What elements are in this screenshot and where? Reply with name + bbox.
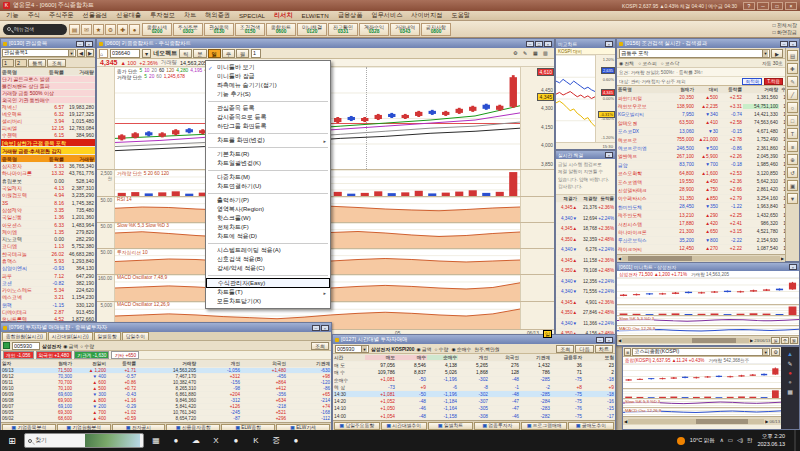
taskbar-app-icon[interactable]: ● [288,433,304,449]
drawing-tool-icon[interactable]: □ [787,115,798,126]
mini-b-candle-plot[interactable] [623,364,781,388]
context-menu-item[interactable]: 핫스크롤(W) [206,214,330,223]
menu-item[interactable]: 해외증권 [205,11,230,20]
watch-stock-row[interactable]: 코센 -0.82 382,190 [1,280,95,287]
mini-a-candle-plot[interactable] [617,278,799,304]
chart-tool-icon[interactable]: ▦ [533,49,542,58]
menu-item[interactable]: SPECIAL [239,12,265,19]
toolbar-icon[interactable]: ✚ [117,24,128,35]
rank-row[interactable]: 에코프로비엠 246,500 ▼500 -0.86 2,361,860 1 [617,144,785,152]
amount-radio[interactable]: ◉ 금액 [63,343,78,349]
rank-row[interactable]: 신성델타테크 28,900 ▲750 +2.66 2,861,420 1 [617,186,785,194]
option-radio[interactable]: ◉ 금액 [416,346,431,352]
rank-row[interactable]: 포스코엠텍 19,550 ▲450 +2.36 5,642,310 1 [617,178,785,186]
flow-row[interactable]: 14:30 +1,081 -50 -1,196 -302 -48 -285 -7… [333,391,615,398]
watch-stock-row[interactable]: 국일제지 4.13 2,387,310 [1,185,95,192]
t-apply-button[interactable]: T.적용 [764,78,783,85]
context-menu-item[interactable]: 강세/약세 적용(C) [206,264,330,273]
rank-row[interactable]: 엘앤에프 267,100 ▲5,900 +2.26 2,045,390 1 [617,153,785,161]
close-button[interactable]: × [605,41,613,47]
group-prev-button[interactable]: ◀ [77,49,85,57]
chart-tool-icon[interactable]: ▥ [543,49,552,58]
context-menu-item[interactable]: 신호검색 적용(B) [206,255,330,264]
menu-button[interactable]: ≡ [624,348,631,356]
quick-screen-button[interactable]: 거래내역0343 [390,23,420,36]
toolbar-icon[interactable]: ▤ [69,24,80,35]
period-button[interactable]: 월 [236,49,249,58]
flow-titlebar[interactable]: [0127] 시간대별 투자자매매─× [333,335,615,344]
minimize-button[interactable]: ─ [757,2,769,10]
rank-row[interactable]: 두산로보틱스 35,200 ▼800 -2.22 2,154,930 1 [617,237,785,245]
menu-item[interactable]: 주식 [27,11,39,20]
watch-stock-row[interactable]: 삼영이엔씨 -0.93 364,130 [1,265,95,272]
register-button[interactable]: 등록 [28,59,46,67]
rank-row[interactable]: 제주반도체 13,210 ▲290 +2.25 1,432,650 1 [617,211,785,219]
watch-stock-row[interactable]: 제넥신 6.57 19,983,280 [1,104,95,111]
scroll-right-icon[interactable]: ▶ [765,419,768,424]
quick-screen-button[interactable]: 공지사항0800 [421,23,451,36]
flow-row[interactable]: 예 상 -73 +9 -6 -8 -1 -2 +8 +9 [333,384,615,391]
mini-b-volume-plot[interactable] [623,388,781,398]
period-button[interactable]: 주 [781,337,789,344]
action-button[interactable]: 조회 [556,345,574,353]
tick-row[interactable]: 4,340▼ 12,356 +2.24% [556,277,615,288]
qty-radio[interactable]: ○ 수량 [80,343,94,349]
rank-scrollbar[interactable]: ◀▶ [617,254,785,262]
watch-stock-row[interactable]: 네오펙트 6.32 19,127,325 [1,111,95,118]
group-next-button[interactable]: ▶ [86,49,94,57]
context-menu-item[interactable]: 좌측메뉴 숨기기(접기) [206,81,330,90]
watch-stock-row[interactable]: 삼성제약 3.35 735,480 [1,207,95,214]
condition-row[interactable]: 단기 골든크로스 발생 [1,76,95,83]
close-button[interactable]: × [605,152,613,158]
query-button[interactable]: 조회 [47,59,65,67]
drawing-tool-icon[interactable]: ≡ [787,141,798,152]
watch-stock-row[interactable]: 지노코텍 0.00 282,290 [1,236,95,243]
context-menu-item[interactable] [208,145,328,148]
side-tool-icon[interactable]: ▦ [787,388,793,395]
context-menu-item[interactable]: 기능 추가(S) [206,90,330,99]
comparison-plot[interactable] [556,55,595,142]
drawing-tool-icon[interactable]: ✚ [787,63,798,74]
context-menu-item[interactable]: 다중차트(M) [206,173,330,182]
option-radio[interactable]: 천주,백만원 [474,346,499,352]
watch-stock-row[interactable]: 하나마이크론 13.32 43,761,776 [1,170,95,177]
alert-banner-yellow[interactable]: 거래량 급증·추세전환 감지 [1,147,95,155]
condition-row[interactable]: 외국인 기관 동반매수 [1,97,95,104]
tick-row[interactable]: 4,350▲ 27,846 +2.48% [556,308,615,319]
rank-row[interactable]: 에코프로 755,000 ▲21,000 +2.78 1,752,490 1 [617,136,785,144]
context-menu-item[interactable]: 관심종목 등록 [206,104,330,113]
quick-screen-button[interactable]: 미니체결0120 [297,23,327,36]
mini-b-macd-plot[interactable]: MACD Osc 12,26,9 [623,407,781,416]
market-radio[interactable]: ○ 코스닥 [661,60,680,66]
market-radio[interactable]: ◉ 전체 [619,60,634,66]
watch-group-combo[interactable]: 관심종목1▼ [2,49,76,57]
flow-row[interactable]: 14:20 +1,052 -48 -1,184 -307 -47 -284 -7… [333,398,615,405]
watch-stock-row[interactable]: 파루 7.12 647,290 [1,272,95,279]
side-tool-icon[interactable]: ▲ [787,351,793,357]
context-menu-item[interactable] [208,191,328,194]
linked-screen-button[interactable]: ▣ 당일주요동향 [334,422,380,430]
context-menu-item[interactable]: 수식관리자(Easy) [206,278,330,288]
period-button[interactable]: 일 [771,337,779,344]
quick-screen-button[interactable]: 관심종목0130 [204,23,234,36]
action-button[interactable]: 차트 [595,345,613,353]
mini-a-stoch-plot[interactable]: Slow %K 5,3 %D 3 [617,315,799,325]
flow-row[interactable]: 매 수 109,786 8,837 5,026 1,868 128 786 71… [333,369,615,376]
action-button[interactable]: 다음 [575,345,593,353]
side-tool-icon[interactable]: ● [788,379,792,385]
tray-icon[interactable]: ◁) [737,437,743,444]
menu-item[interactable]: ELW/ETN [302,12,329,19]
minimize-button[interactable]: ─ [596,337,604,343]
rank-titlebar[interactable]: [0156] 조건검색 실시간 - 검색결과─× [617,39,799,48]
stock-code-combo[interactable]: 005930▼ [335,345,369,353]
option-radio[interactable]: ◉ 순매수 [451,346,471,352]
drawing-tool-icon[interactable]: ○ [787,102,798,113]
condition-combo[interactable]: 급등주 포착▼ [619,49,770,58]
scroll-left-icon[interactable]: ◀ [618,338,621,343]
flow-row[interactable]: 순매수 +1,081 -50 -1,196 -302 -48 -285 -75 … [333,377,615,384]
watch-stock-row[interactable]: 수젠텍 6.15 384,960 [1,132,95,139]
watch-stock-row[interactable]: 코디엠 1.13 5,752,380 [1,243,95,250]
rank-row[interactable]: 포스코DX 13,060 ▼30 -0.15 4,671,480 1 [617,128,785,136]
context-menu-item[interactable]: 차트를 화면(변경) ▸ [206,136,330,145]
field-2-input[interactable]: 2 [15,59,27,67]
